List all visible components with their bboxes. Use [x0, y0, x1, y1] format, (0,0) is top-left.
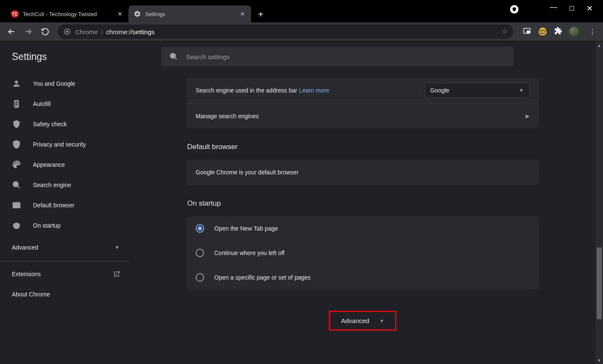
favicon-techcult: TC — [11, 10, 19, 18]
sidebar-item-label: About Chrome — [12, 291, 50, 298]
pip-icon[interactable] — [523, 27, 531, 37]
power-icon — [12, 221, 21, 230]
section-title-on-startup: On startup — [187, 199, 539, 208]
url-text: chrome://settings — [106, 28, 154, 35]
startup-option-continue[interactable]: Continue where you left off — [186, 241, 539, 265]
learn-more-link[interactable]: Learn more — [299, 87, 329, 94]
url-chip: Chrome — [75, 28, 98, 35]
settings-main: Search engine used in the address bar Le… — [130, 41, 595, 364]
startup-option-new-tab[interactable]: Open the New Tab page — [186, 216, 539, 241]
tab-strip: TC TechCult - Technology Twisted ✕ Setti… — [0, 5, 267, 22]
select-value: Google — [430, 87, 449, 94]
search-engine-card: Search engine used in the address bar Le… — [186, 78, 539, 128]
divider — [0, 261, 130, 261]
tab-title: TechCult - Technology Twisted — [23, 11, 117, 17]
scroll-up-arrow-icon[interactable]: ▲ — [595, 41, 603, 49]
chrome-icon — [63, 28, 71, 35]
advanced-expand-button[interactable]: Advanced ▼ — [329, 311, 396, 331]
search-settings-input[interactable] — [186, 53, 506, 60]
window-controls: — ☐ ✕ — [540, 0, 603, 17]
sidebar-item-on-startup[interactable]: On startup — [0, 215, 130, 236]
sidebar-item-search-engine[interactable]: Search engine — [0, 175, 130, 195]
svg-line-9 — [175, 58, 177, 60]
advanced-button-label: Advanced — [341, 317, 369, 324]
svg-point-4 — [13, 182, 18, 187]
scroll-track[interactable] — [595, 49, 603, 356]
manage-search-engines-row[interactable]: Manage search engines ▶ — [186, 103, 539, 128]
close-icon[interactable]: ✕ — [117, 11, 123, 17]
status-text: Google Chrome is your default browser — [196, 169, 299, 176]
row-label: Search engine used in the address bar — [196, 87, 297, 94]
minimize-button[interactable]: — — [550, 3, 557, 11]
extensions-puzzle-icon[interactable] — [554, 27, 562, 37]
advanced-button-wrap: Advanced ▼ — [186, 311, 539, 331]
sidebar-item-label: Autofill — [33, 101, 51, 107]
default-browser-status-row: Google Chrome is your default browser — [186, 160, 539, 185]
on-startup-card: Open the New Tab page Continue where you… — [186, 216, 539, 290]
address-bar[interactable]: Chrome | chrome://settings ☆ — [57, 24, 513, 39]
sidebar-item-privacy-security[interactable]: Privacy and security — [0, 134, 130, 155]
chevron-down-icon: ▼ — [379, 318, 384, 323]
startup-option-specific-pages[interactable]: Open a specific page or set of pages — [186, 265, 539, 290]
sidebar-advanced-label: Advanced — [12, 244, 38, 251]
radio-button[interactable] — [196, 249, 204, 257]
section-title-default-browser: Default browser — [187, 143, 539, 151]
sidebar-item-appearance[interactable]: Appearance — [0, 155, 130, 175]
sidebar-item-default-browser[interactable]: Default browser — [0, 195, 130, 215]
sidebar-item-label: Privacy and security — [33, 141, 86, 148]
sidebar-item-label: Safety check — [33, 121, 67, 128]
chevron-down-icon: ▼ — [519, 87, 524, 93]
search-engine-select[interactable]: Google ▼ — [425, 83, 529, 98]
forward-button[interactable] — [21, 24, 35, 39]
default-browser-card: Google Chrome is your default browser — [186, 160, 539, 185]
sidebar-item-label: You and Google — [33, 80, 75, 87]
sidebar-item-autofill[interactable]: Autofill — [0, 94, 130, 114]
close-icon[interactable]: ✕ — [239, 11, 246, 17]
settings-page: Settings You and Google Autofill Safety … — [0, 41, 603, 364]
sidebar-about-link[interactable]: About Chrome — [0, 284, 130, 304]
tab-settings[interactable]: Settings ✕ — [128, 5, 251, 22]
maximize-button[interactable]: ☐ — [569, 5, 575, 12]
sidebar-advanced-toggle[interactable]: Advanced ▼ — [0, 236, 130, 259]
search-icon — [169, 52, 178, 61]
radio-label: Open a specific page or set of pages — [214, 274, 311, 281]
sidebar-item-safety-check[interactable]: Safety check — [0, 114, 130, 134]
radio-button[interactable] — [196, 224, 204, 233]
back-button[interactable] — [4, 24, 19, 39]
search-row — [130, 41, 595, 72]
svg-rect-3 — [527, 31, 529, 33]
profile-avatar[interactable] — [569, 27, 579, 37]
radio-button[interactable] — [196, 273, 204, 282]
palette-icon — [12, 160, 21, 169]
new-tab-button[interactable]: + — [254, 8, 267, 21]
search-settings-box[interactable] — [161, 47, 514, 66]
reload-button[interactable] — [38, 24, 52, 39]
tab-techcult[interactable]: TC TechCult - Technology Twisted ✕ — [6, 5, 128, 22]
radio-label: Open the New Tab page — [214, 225, 278, 232]
scroll-down-arrow-icon[interactable]: ▼ — [595, 356, 603, 364]
settings-sidebar: Settings You and Google Autofill Safety … — [0, 41, 130, 364]
open-external-icon — [113, 270, 120, 278]
shield-check-icon — [12, 120, 21, 129]
title-bar: TC TechCult - Technology Twisted ✕ Setti… — [0, 0, 603, 22]
close-window-button[interactable]: ✕ — [587, 4, 593, 13]
kebab-menu-icon[interactable]: ⋮ — [586, 28, 599, 36]
page-title: Settings — [0, 41, 130, 72]
svg-line-5 — [18, 186, 20, 188]
search-engine-row: Search engine used in the address bar Le… — [186, 78, 539, 103]
person-icon — [12, 79, 21, 88]
glasses-icon[interactable]: 🤓 — [538, 27, 547, 36]
sidebar-item-label: Appearance — [33, 161, 65, 168]
search-icon — [12, 180, 21, 190]
sidebar-item-you-and-google[interactable]: You and Google — [0, 73, 130, 94]
shield-badge-icon[interactable] — [510, 5, 518, 14]
sidebar-item-label: Default browser — [33, 202, 74, 209]
vertical-scrollbar[interactable]: ▲ ▼ — [595, 41, 603, 364]
extension-icons: 🤓 — [518, 27, 584, 37]
tab-title: Settings — [145, 11, 239, 17]
svg-point-8 — [170, 53, 175, 58]
gear-icon — [134, 10, 141, 18]
sidebar-extensions-link[interactable]: Extensions — [0, 264, 130, 284]
scroll-thumb[interactable] — [597, 247, 602, 319]
bookmark-star-icon[interactable]: ☆ — [502, 28, 508, 35]
